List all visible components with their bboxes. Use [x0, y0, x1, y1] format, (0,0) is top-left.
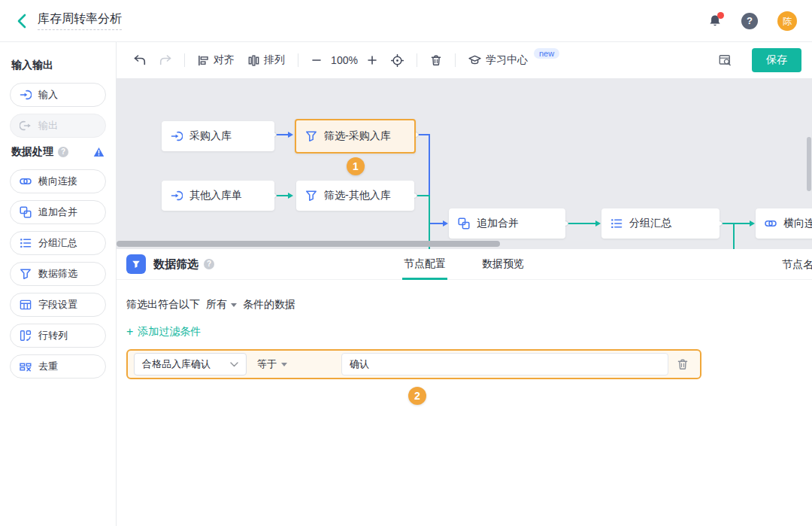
arrange-icon: [248, 55, 259, 66]
node-config-panel: 数据筛选 ? 节点配置 数据预览 节点名称 筛选出符合以下 所有: [117, 249, 812, 526]
sidebar-item-append-merge[interactable]: 追加合并: [10, 200, 106, 224]
sidebar-item-field-settings[interactable]: 字段设置: [10, 293, 106, 317]
sidebar-item-dedupe[interactable]: 去重: [10, 354, 106, 379]
append-merge-icon: [458, 217, 470, 230]
help-icon[interactable]: ?: [204, 259, 214, 269]
delete-node-button[interactable]: [430, 54, 442, 66]
edge: [274, 134, 289, 135]
notification-dot: [717, 12, 724, 19]
divider: [417, 53, 417, 67]
redo-icon: [159, 55, 171, 65]
input-arrow-icon: [171, 190, 183, 202]
sidebar-item-row-to-column[interactable]: 行转列: [10, 324, 106, 348]
filter-funnel-icon: [305, 130, 317, 142]
delete-condition-button[interactable]: [677, 358, 689, 370]
warning-triangle-icon[interactable]: [93, 147, 105, 157]
arrowhead: [288, 193, 293, 199]
main-area: 对齐 排列 100%: [117, 42, 812, 526]
body-row: 输入输出 输入 输出 数据处理 ?: [0, 42, 812, 526]
help-icon[interactable]: ?: [58, 147, 68, 157]
canvas-toolbar: 对齐 排列 100%: [117, 42, 812, 78]
panel-tabs: 节点配置 数据预览: [402, 249, 526, 280]
group-summary-icon: [20, 237, 32, 249]
horizontal-scrollbar[interactable]: [117, 241, 500, 247]
arrowhead: [750, 220, 755, 227]
zoom-out-button[interactable]: [311, 55, 322, 65]
field-preview-button[interactable]: [719, 54, 732, 66]
notification-bell-icon[interactable]: [708, 14, 722, 28]
edge: [429, 223, 444, 224]
save-button[interactable]: 保存: [752, 48, 801, 72]
processing-section-title: 数据处理 ?: [11, 145, 105, 159]
new-badge: new: [534, 48, 559, 59]
align-button[interactable]: 对齐: [198, 53, 235, 67]
flow-canvas[interactable]: 采购入库 筛选-采购入库 其他入库单: [117, 78, 812, 249]
vertical-scrollbar[interactable]: [807, 137, 811, 191]
avatar[interactable]: 陈: [777, 11, 797, 31]
arrowhead: [443, 220, 448, 227]
node-other-inbound[interactable]: 其他入库单: [162, 181, 274, 211]
chevron-down-icon: [230, 362, 238, 367]
link-icon: [20, 175, 32, 187]
condition-value-input[interactable]: [341, 353, 668, 375]
undo-button[interactable]: [134, 55, 146, 65]
divider: [455, 53, 456, 67]
sidebar-item-data-filter[interactable]: 数据筛选: [10, 262, 106, 286]
zoom-in-button[interactable]: [367, 55, 377, 65]
sidebar-item-horizontal-join[interactable]: 横向连接: [10, 169, 106, 193]
redo-button[interactable]: [159, 55, 171, 65]
condition-field-select[interactable]: 合格品入库确认: [134, 353, 247, 375]
edge: [733, 223, 735, 249]
node-filter-other-inbound[interactable]: 筛选-其他入库: [296, 181, 414, 211]
node-horizontal-join[interactable]: 横向连接: [756, 208, 812, 239]
node-purchase-inbound[interactable]: 采购入库: [162, 121, 274, 151]
input-arrow-icon: [171, 130, 183, 142]
table-grid-icon: [20, 299, 32, 311]
graduation-cap-icon: [468, 55, 481, 66]
input-arrow-icon: [20, 89, 32, 101]
link-icon: [765, 217, 777, 230]
plus-icon: [367, 55, 377, 65]
locate-center-button[interactable]: [391, 54, 404, 67]
panel-header: 数据筛选 ? 节点配置 数据预览 节点名称: [117, 249, 812, 280]
node-append-merge[interactable]: 追加合并: [449, 208, 565, 239]
doc-search-icon: [719, 54, 732, 66]
crosshair-icon: [391, 54, 404, 67]
data-filter-icon: [126, 254, 146, 274]
plus-icon: +: [126, 327, 133, 337]
tab-node-config[interactable]: 节点配置: [402, 249, 447, 280]
node-group-summary[interactable]: 分组汇总: [601, 208, 720, 239]
edge: [567, 223, 597, 224]
tab-data-preview[interactable]: 数据预览: [480, 249, 526, 280]
row-to-column-icon: [20, 330, 32, 342]
node-name-label: 节点名称: [782, 258, 812, 272]
back-button[interactable]: [15, 14, 29, 29]
divider: [298, 53, 298, 67]
sidebar-item-input[interactable]: 输入: [10, 83, 106, 107]
annotation-badge-2-holder: 2: [126, 387, 802, 405]
condition-operator-select[interactable]: 等于: [257, 357, 341, 371]
sidebar-item-group-summary[interactable]: 分组汇总: [10, 231, 106, 255]
annotation-badge-2: 2: [408, 387, 426, 405]
topbar: 库存周转率分析 ? 陈: [0, 0, 812, 42]
edge: [274, 195, 289, 196]
caret-down-icon: [281, 363, 287, 366]
page-title: 库存周转率分析: [38, 11, 122, 30]
edge: [721, 223, 753, 224]
help-icon[interactable]: ?: [741, 13, 758, 29]
align-icon: [198, 55, 209, 66]
node-filter-purchase-inbound[interactable]: 筛选-采购入库: [295, 119, 416, 154]
condition-sentence: 筛选出符合以下 所有 条件的数据: [126, 298, 802, 312]
learning-center-button[interactable]: 学习中心 new: [468, 53, 559, 67]
divider: [184, 53, 185, 67]
panel-content: 筛选出符合以下 所有 条件的数据 + 添加过滤条件 合格品入库确认: [117, 280, 812, 405]
arrowhead: [595, 220, 601, 227]
filter-condition-row: 合格品入库确认 等于: [126, 349, 701, 379]
minus-icon: [311, 55, 322, 65]
trash-icon: [677, 358, 689, 370]
add-filter-condition-button[interactable]: + 添加过滤条件: [126, 325, 201, 339]
arrowhead: [288, 132, 293, 138]
output-arrow-icon: [20, 120, 32, 132]
arrange-button[interactable]: 排列: [248, 53, 285, 67]
condition-scope-dropdown[interactable]: 所有: [206, 298, 237, 312]
